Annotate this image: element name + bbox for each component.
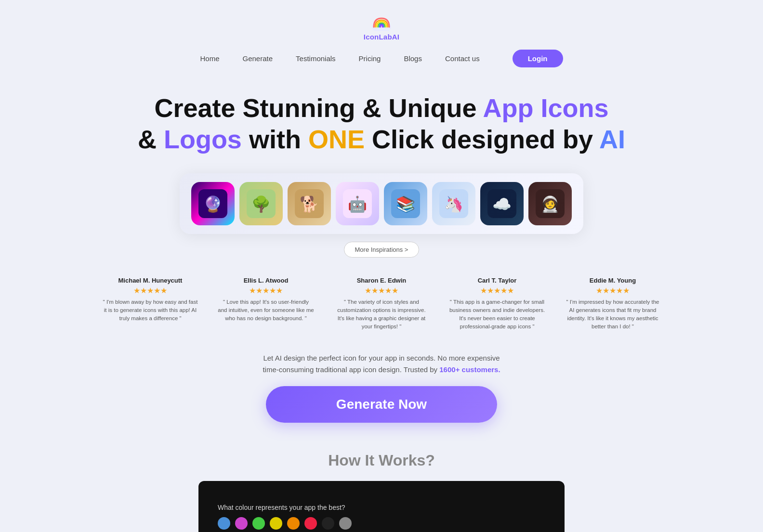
hero-line1-plain: Create Stunning & Unique [154, 93, 483, 122]
testimonial-text-4: " I'm impressed by how accurately the AI… [565, 298, 661, 331]
cta-description: Let AI design the perfect icon for your … [19, 352, 744, 376]
hero-section: Create Stunning & Unique App Icons & Log… [0, 92, 763, 155]
color-dot-red[interactable] [304, 517, 317, 530]
how-it-works-section: How It Works? What colour represents you… [0, 452, 763, 532]
nav-generate[interactable]: Generate [243, 54, 273, 63]
hero-with: with [242, 125, 308, 154]
color-dot-black[interactable] [322, 517, 334, 530]
testimonial-text-0: " I'm blown away by how easy and fast it… [102, 298, 198, 323]
testimonial-stars-1: ★★★★★ [218, 286, 314, 295]
main-nav: Home Generate Testimonials Pricing Blogs… [200, 50, 563, 67]
testimonial-name-3: Carl T. Taylor [449, 277, 545, 284]
nav-blogs[interactable]: Blogs [404, 54, 422, 63]
svg-text:🔮: 🔮 [203, 195, 223, 213]
logo-area: IconLabAI [364, 13, 399, 41]
color-dot-green[interactable] [252, 517, 265, 530]
logo-icon [370, 13, 393, 31]
nav-testimonials[interactable]: Testimonials [296, 54, 336, 63]
svg-text:🧑‍🚀: 🧑‍🚀 [540, 195, 560, 213]
icon-gallery-card: 🔮 🌳 🐕 🤖 📚 🦄 ☁️ 🧑‍🚀 [180, 173, 583, 234]
more-inspirations-wrapper: More Inspirations > [0, 242, 763, 258]
hero-app-icons: App Icons [483, 93, 609, 122]
color-dot-purple[interactable] [235, 517, 248, 530]
icon-thumb-unicorn: 🦄 [432, 182, 475, 225]
icon-thumb-cloud: ☁️ [480, 182, 524, 225]
hero-logos: Logos [164, 125, 242, 154]
logo-text: IconLabAI [364, 33, 399, 41]
testimonial-text-3: " This app is a game-changer for small b… [449, 298, 545, 331]
color-dot-gray[interactable] [339, 517, 352, 530]
testimonial-text-1: " Love this app! It's so user-friendly a… [218, 298, 314, 323]
icon-gallery-wrapper: 🔮 🌳 🐕 🤖 📚 🦄 ☁️ 🧑‍🚀 [0, 173, 763, 234]
testimonial-stars-2: ★★★★★ [333, 286, 430, 295]
header: IconLabAI Home Generate Testimonials Pri… [0, 0, 763, 67]
svg-text:🦄: 🦄 [444, 195, 463, 213]
testimonial-4: Eddie M. Young ★★★★★ " I'm impressed by … [565, 277, 661, 331]
testimonials-section: Michael M. Huneycutt ★★★★★ " I'm blown a… [0, 277, 763, 331]
svg-text:☁️: ☁️ [492, 195, 512, 213]
color-dots-row [218, 517, 352, 530]
hero-ai: AI [599, 125, 625, 154]
hero-click: Click designed by [365, 125, 599, 154]
nav-pricing[interactable]: Pricing [359, 54, 381, 63]
nav-home[interactable]: Home [200, 54, 219, 63]
how-it-works-title: How It Works? [0, 452, 763, 469]
cta-desc-part2: time-consuming traditional app icon desi… [263, 365, 439, 374]
icon-thumb-tree: 🌳 [239, 182, 283, 225]
generate-now-button[interactable]: Generate Now [266, 386, 497, 423]
svg-text:🌳: 🌳 [251, 195, 271, 213]
hero-one: ONE [308, 125, 365, 154]
color-dot-yellow[interactable] [270, 517, 282, 530]
testimonial-3: Carl T. Taylor ★★★★★ " This app is a gam… [449, 277, 545, 331]
cta-customers: 1600+ customers. [439, 365, 500, 374]
how-video-question: What colour represents your app the best… [218, 504, 345, 511]
cta-desc-part1: Let AI design the perfect icon for your … [263, 354, 500, 362]
color-dot-orange[interactable] [287, 517, 300, 530]
how-it-works-video: What colour represents your app the best… [198, 481, 565, 532]
color-dot-blue[interactable] [218, 517, 230, 530]
testimonial-0: Michael M. Huneycutt ★★★★★ " I'm blown a… [102, 277, 198, 331]
more-inspirations-button[interactable]: More Inspirations > [344, 242, 420, 258]
testimonial-text-2: " The variety of icon styles and customi… [333, 298, 430, 331]
how-video-content: What colour represents your app the best… [198, 494, 565, 532]
testimonial-stars-4: ★★★★★ [565, 286, 661, 295]
icon-thumb-astronaut: 🧑‍🚀 [528, 182, 572, 225]
testimonial-stars-3: ★★★★★ [449, 286, 545, 295]
icon-thumb-fire: 🔮 [191, 182, 235, 225]
svg-text:📚: 📚 [396, 195, 415, 213]
svg-text:🐕: 🐕 [300, 195, 319, 213]
login-button[interactable]: Login [513, 50, 563, 67]
cta-section: Let AI design the perfect icon for your … [0, 352, 763, 423]
testimonial-name-0: Michael M. Huneycutt [102, 277, 198, 284]
hero-title: Create Stunning & Unique App Icons & Log… [19, 92, 744, 155]
testimonial-2: Sharon E. Edwin ★★★★★ " The variety of i… [333, 277, 430, 331]
icon-thumb-robot-teal: 📚 [384, 182, 427, 225]
testimonial-name-2: Sharon E. Edwin [333, 277, 430, 284]
hero-ampersand: & [138, 125, 164, 154]
testimonial-stars-0: ★★★★★ [102, 286, 198, 295]
testimonial-name-4: Eddie M. Young [565, 277, 661, 284]
testimonial-1: Ellis L. Atwood ★★★★★ " Love this app! I… [218, 277, 314, 331]
icon-thumb-robot-blue: 🤖 [336, 182, 379, 225]
nav-contact[interactable]: Contact us [445, 54, 480, 63]
svg-text:🤖: 🤖 [348, 195, 367, 213]
testimonial-name-1: Ellis L. Atwood [218, 277, 314, 284]
icon-thumb-dog: 🐕 [288, 182, 331, 225]
